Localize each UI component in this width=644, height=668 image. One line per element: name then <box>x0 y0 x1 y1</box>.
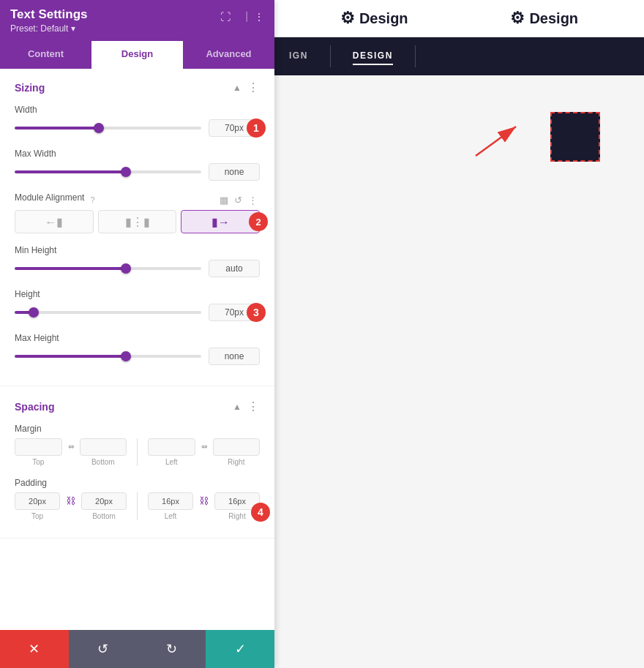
align-left-icon: ←▮ <box>45 215 63 229</box>
align-center-icon: ▮⋮▮ <box>125 215 150 229</box>
canvas-arrow-svg <box>468 119 527 163</box>
align-left-btn[interactable]: ←▮ <box>15 210 94 233</box>
alignment-label-row: Module Alignment ? ▩ ↺ ⋮ <box>15 192 260 207</box>
width-slider-row: 1 <box>15 119 260 137</box>
canvas-area <box>274 75 644 668</box>
margin-right-input[interactable] <box>213 438 261 456</box>
padding-field: Padding Top ⛓ Bottom <box>15 478 260 520</box>
margin-link-icon-1: ⇔ <box>68 443 74 451</box>
width-field: Width 1 <box>15 105 260 137</box>
panel-preset[interactable]: Preset: Default <box>10 23 87 34</box>
max-width-field: Max Width <box>15 149 260 181</box>
margin-right-field: Right <box>213 438 261 466</box>
more-icon[interactable]: ⋮ <box>254 11 264 23</box>
canvas-nav-design[interactable]: DESIGN <box>353 48 393 65</box>
margin-field: Margin Top ⇔ Bottom <box>15 424 260 466</box>
min-height-field: Min Height <box>15 245 260 277</box>
max-height-value-input[interactable] <box>209 348 260 365</box>
margin-bottom-label: Bottom <box>91 458 115 466</box>
alignment-help-icon[interactable]: ? <box>90 195 94 204</box>
padding-bottom-input[interactable] <box>81 492 127 510</box>
margin-bottom-field: Bottom <box>80 438 127 466</box>
height-slider-row: 3 <box>15 304 260 321</box>
sizing-section-header: Sizing ▲ ⋮ <box>15 80 260 94</box>
padding-link-icon-1[interactable]: ⛓ <box>66 495 75 506</box>
margin-left-field: Left <box>148 438 195 466</box>
max-height-label: Max Height <box>15 333 260 343</box>
margin-left-label: Left <box>165 458 178 466</box>
padding-bottom-field: Bottom <box>81 492 127 520</box>
canvas-element <box>550 112 600 162</box>
columns-icon[interactable]: ⎹ <box>238 10 247 23</box>
margin-top-field: Top <box>15 438 62 466</box>
confirm-icon: ✓ <box>235 641 246 657</box>
padding-left-label: Left <box>165 512 177 520</box>
max-width-label: Max Width <box>15 149 260 159</box>
padding-top-field: Top <box>15 492 60 520</box>
badge-1: 1 <box>247 119 266 138</box>
align-right-btn[interactable]: ▮→ 2 <box>181 210 260 233</box>
cancel-icon: ✕ <box>29 641 40 657</box>
cancel-button[interactable]: ✕ <box>0 630 69 668</box>
tab-content[interactable]: Content <box>0 41 91 69</box>
badge-3: 3 <box>247 303 266 322</box>
sizing-title: Sizing <box>15 82 45 94</box>
alignment-options: ←▮ ▮⋮▮ ▮→ 2 <box>15 210 260 233</box>
min-height-value-input[interactable] <box>209 260 260 277</box>
canvas-nav: IGN DESIGN <box>274 37 644 75</box>
margin-link-icon-2: ⇔ <box>201 443 207 451</box>
badge-2: 2 <box>249 212 268 231</box>
spacing-collapse-icon[interactable]: ▲ <box>233 402 242 412</box>
sizing-collapse-icon[interactable]: ▲ <box>233 83 242 93</box>
panel-content: Sizing ▲ ⋮ Width 1 Max Wid <box>0 69 274 668</box>
height-slider[interactable] <box>15 311 201 314</box>
padding-top-input[interactable] <box>15 492 60 510</box>
align-center-btn[interactable]: ▮⋮▮ <box>98 210 177 233</box>
redo-button[interactable]: ↻ <box>138 630 206 668</box>
tab-design[interactable]: Design <box>91 41 183 69</box>
width-label: Width <box>15 105 260 115</box>
padding-inputs: Top ⛓ Bottom Left ⛓ <box>15 492 260 520</box>
canvas-arrow-container <box>468 119 527 166</box>
min-height-label: Min Height <box>15 245 260 255</box>
margin-left-input[interactable] <box>148 438 195 456</box>
confirm-button[interactable]: ✓ <box>206 630 274 668</box>
margin-top-label: Top <box>32 458 44 466</box>
padding-link-icon-2[interactable]: ⛓ <box>199 495 209 506</box>
canvas-logo-left: ⚙ Design <box>340 9 408 28</box>
sizing-section: Sizing ▲ ⋮ Width 1 Max Wid <box>0 69 274 386</box>
margin-inputs: Top ⇔ Bottom Left ⇔ <box>15 438 260 466</box>
height-label: Height <box>15 289 260 299</box>
tab-advanced[interactable]: Advanced <box>183 41 274 69</box>
alignment-more-icon[interactable]: ⋮ <box>246 193 260 207</box>
spacing-section-header: Spacing ▲ ⋮ <box>15 399 260 413</box>
canvas-topbar: ⚙ Design ⚙ Design <box>274 0 644 37</box>
min-height-slider[interactable] <box>15 267 201 270</box>
logo-left-text: Design <box>359 10 408 27</box>
spacing-section: Spacing ▲ ⋮ Margin Top ⇔ <box>0 386 274 538</box>
margin-bottom-input[interactable] <box>80 438 127 456</box>
alignment-mobile-icon[interactable]: ▩ <box>217 193 231 207</box>
bottom-toolbar: ✕ ↺ ↻ ✓ <box>0 630 274 668</box>
tabs: Content Design Advanced <box>0 41 274 69</box>
undo-button[interactable]: ↺ <box>69 630 138 668</box>
padding-left-field: Left <box>148 492 193 520</box>
padding-left-input[interactable] <box>148 492 193 510</box>
canvas-logo-right: ⚙ Design <box>510 9 578 28</box>
width-slider[interactable] <box>15 127 201 130</box>
spacing-title: Spacing <box>15 401 54 413</box>
max-height-slider[interactable] <box>15 355 201 358</box>
margin-top-input[interactable] <box>15 438 62 456</box>
panel-title: Text Settings <box>10 7 87 22</box>
max-width-slider-row <box>15 163 260 181</box>
sizing-more-icon[interactable]: ⋮ <box>247 80 260 94</box>
margin-right-label: Right <box>228 458 244 466</box>
alignment-reset-icon[interactable]: ↺ <box>232 193 244 207</box>
max-width-value-input[interactable] <box>209 163 260 181</box>
max-width-slider[interactable] <box>15 170 201 173</box>
spacing-more-icon[interactable]: ⋮ <box>247 399 260 413</box>
canvas-nav-ign[interactable]: IGN <box>289 48 308 65</box>
panel-header-icons: ⛶ ⎹ ⋮ <box>220 10 264 23</box>
min-height-slider-row <box>15 260 260 277</box>
expand-icon[interactable]: ⛶ <box>220 11 231 23</box>
